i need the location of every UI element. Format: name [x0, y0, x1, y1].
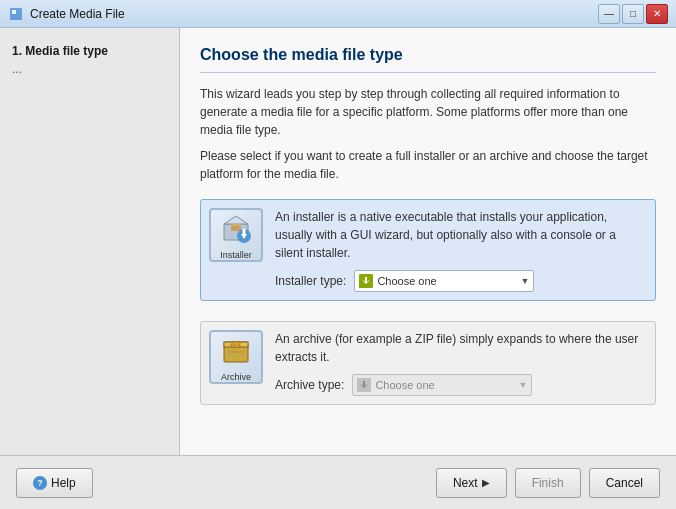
titlebar-icon — [8, 6, 24, 22]
svg-rect-5 — [231, 224, 241, 226]
next-arrow-icon: ▶ — [482, 477, 490, 488]
description-1: This wizard leads you step by step throu… — [200, 85, 656, 139]
bottom-bar-right: Next ▶ Finish Cancel — [436, 468, 660, 498]
archive-type-label: Archive type: — [275, 378, 344, 392]
main-panel: Choose the media file type This wizard l… — [180, 28, 676, 455]
archive-icon-label: Archive — [221, 372, 251, 382]
close-button[interactable]: ✕ — [646, 4, 668, 24]
dialog-body: 1. Media file type ... Choose the media … — [0, 28, 676, 455]
installer-dropdown-text: Choose one — [377, 275, 516, 287]
sidebar-step-1: 1. Media file type — [12, 44, 167, 58]
finish-button[interactable]: Finish — [515, 468, 581, 498]
installer-desc: An installer is a native executable that… — [275, 208, 647, 262]
installer-icon: Installer — [209, 208, 263, 262]
finish-label: Finish — [532, 476, 564, 490]
archive-option-card[interactable]: Archive An archive (for example a ZIP fi… — [200, 321, 656, 405]
svg-rect-1 — [12, 10, 16, 14]
help-label: Help — [51, 476, 76, 490]
help-icon: ? — [33, 476, 47, 490]
titlebar-controls: — □ ✕ — [598, 4, 668, 24]
installer-svg — [218, 210, 254, 246]
installer-type-dropdown[interactable]: Choose one ▼ — [354, 270, 534, 292]
help-button[interactable]: ? Help — [16, 468, 93, 498]
sidebar: 1. Media file type ... — [0, 28, 180, 455]
installer-icon-label: Installer — [220, 250, 252, 260]
svg-marker-3 — [224, 216, 248, 224]
archive-dropdown-text: Choose one — [375, 379, 514, 391]
titlebar-title: Create Media File — [30, 7, 598, 21]
titlebar: Create Media File — □ ✕ — [0, 0, 676, 28]
installer-content: An installer is a native executable that… — [275, 208, 647, 292]
bottom-bar-left: ? Help — [16, 468, 436, 498]
maximize-button[interactable]: □ — [622, 4, 644, 24]
svg-rect-8 — [243, 229, 246, 234]
installer-option-card[interactable]: Installer An installer is a native execu… — [200, 199, 656, 301]
archive-dropdown-chevron: ▼ — [518, 380, 527, 390]
svg-rect-13 — [232, 342, 240, 347]
next-label: Next — [453, 476, 478, 490]
archive-content: An archive (for example a ZIP file) simp… — [275, 330, 647, 396]
page-title: Choose the media file type — [200, 46, 656, 73]
installer-dropdown-chevron: ▼ — [520, 276, 529, 286]
minimize-button[interactable]: — — [598, 4, 620, 24]
installer-type-label: Installer type: — [275, 274, 346, 288]
next-button[interactable]: Next ▶ — [436, 468, 507, 498]
archive-type-row: Archive type: Choose one ▼ — [275, 374, 647, 396]
installer-type-row: Installer type: Choose one ▼ — [275, 270, 647, 292]
sidebar-dots: ... — [12, 62, 167, 76]
svg-rect-17 — [363, 381, 365, 387]
archive-svg — [218, 332, 254, 368]
bottom-bar: ? Help Next ▶ Finish Cancel — [0, 455, 676, 509]
installer-dropdown-arrow-icon — [359, 274, 373, 288]
description-2: Please select if you want to create a fu… — [200, 147, 656, 183]
archive-dropdown-arrow-icon — [357, 378, 371, 392]
cancel-button[interactable]: Cancel — [589, 468, 660, 498]
archive-type-dropdown: Choose one ▼ — [352, 374, 532, 396]
archive-desc: An archive (for example a ZIP file) simp… — [275, 330, 647, 366]
svg-rect-10 — [365, 277, 367, 283]
archive-icon: Archive — [209, 330, 263, 384]
cancel-label: Cancel — [606, 476, 643, 490]
